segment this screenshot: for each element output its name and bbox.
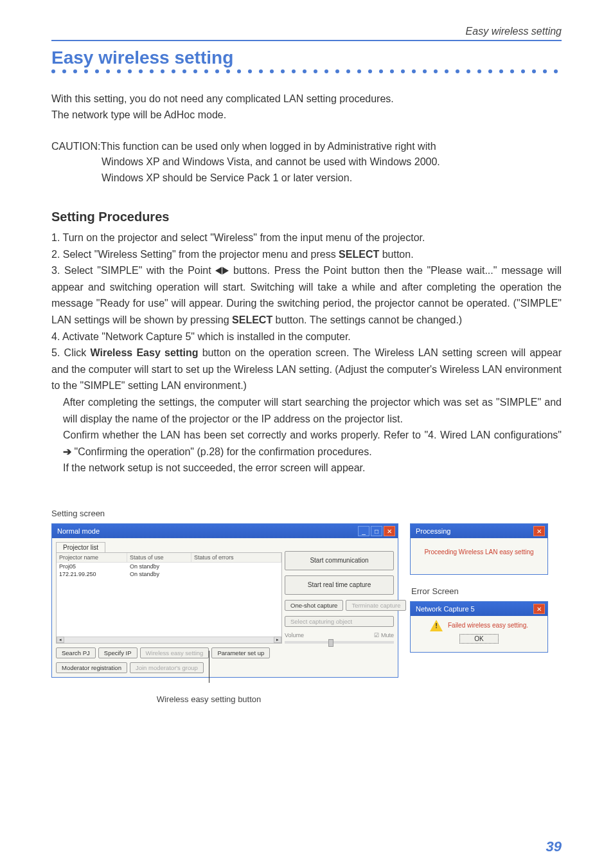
error-title: Network Capture 5 — [413, 605, 533, 613]
step-4: 4. Activate "Network Capture 5" which is… — [51, 329, 562, 345]
join-moderator-group-button[interactable]: Join moderator's group — [130, 662, 204, 673]
error-titlebar: Network Capture 5 ✕ — [411, 602, 547, 616]
minimize-icon[interactable]: _ — [358, 526, 369, 536]
close-icon[interactable]: ✕ — [384, 526, 395, 536]
page-number: 39 — [546, 838, 562, 855]
procedures-heading: Setting Procedures — [51, 210, 562, 224]
scroll-right-icon[interactable]: ▸ — [274, 637, 281, 643]
close-icon[interactable]: ✕ — [533, 604, 545, 614]
col-projector-name: Projector name — [57, 553, 127, 563]
specify-ip-button[interactable]: Specify IP — [98, 647, 138, 658]
step-2: 2. Select "Wireless Setting" from the pr… — [51, 246, 562, 263]
processing-message: Proceeding Wireless LAN easy setting — [411, 538, 547, 566]
callout-label: Wireless easy setting button — [112, 694, 305, 704]
select-capturing-object-button[interactable]: Select capturing object — [285, 616, 394, 627]
table-row[interactable]: Proj05 On standby — [57, 563, 281, 570]
step-5-cont-3: If the network setup is not succeeded, t… — [63, 460, 562, 476]
caution-line1: This function can be used only when logg… — [100, 139, 562, 155]
procedure-steps: 1. Turn on the projector and select "Wir… — [51, 230, 562, 476]
main-heading: Easy wireless setting — [51, 48, 562, 68]
processing-titlebar: Processing ✕ — [411, 524, 547, 538]
scroll-left-icon[interactable]: ◂ — [57, 637, 64, 643]
projector-list: Projector name Status of use Status of e… — [56, 552, 282, 644]
processing-title: Processing — [413, 527, 533, 535]
arrow-right-icon: ➔ — [63, 444, 71, 460]
step-3: 3. Select "SIMPLE" with the Point button… — [51, 262, 562, 328]
error-screen-label: Error Screen — [411, 586, 548, 596]
terminate-capture-button[interactable]: Terminate capture — [346, 600, 406, 611]
dotted-rule — [51, 69, 562, 73]
step-1: 1. Turn on the projector and select "Wir… — [51, 230, 562, 246]
app-window: Normal mode _ □ ✕ Projector list Project… — [51, 523, 398, 678]
intro-p2: The network type will be AdHoc mode. — [51, 107, 562, 123]
maximize-icon[interactable]: □ — [371, 526, 382, 536]
error-message: Failed wireless easy setting. — [448, 622, 528, 629]
step-5: 5. Click Wireless Easy setting button on… — [51, 345, 562, 394]
col-status-of-errors: Status of errors — [191, 553, 281, 563]
step-5-cont-2: Confirm whether the LAN has been set cor… — [63, 427, 562, 460]
page-context: Easy wireless setting — [51, 26, 562, 41]
step-5-cont-1: After completing the settings, the compu… — [63, 394, 562, 427]
caution-line3: Windows XP should be Service Pack 1 or l… — [102, 170, 562, 186]
callout-line — [209, 651, 209, 683]
app-titlebar: Normal mode _ □ ✕ — [52, 524, 398, 538]
screenshots-area: Normal mode _ □ ✕ Projector list Project… — [51, 523, 562, 678]
one-shot-capture-button[interactable]: One-shot capture — [285, 600, 343, 611]
processing-window: Processing ✕ Proceeding Wireless LAN eas… — [410, 523, 548, 575]
start-communication-button[interactable]: Start communication — [285, 551, 394, 570]
col-status-of-use: Status of use — [127, 553, 191, 563]
volume-slider[interactable] — [285, 641, 394, 644]
volume-label: Volume — [285, 632, 304, 638]
caution-block: CAUTION: This function can be used only … — [51, 139, 562, 186]
mute-checkbox[interactable]: ☑ Mute — [374, 632, 394, 638]
caution-label: CAUTION: — [51, 139, 100, 155]
wireless-easy-setting-button[interactable]: Wireless easy setting — [140, 647, 209, 658]
point-left-icon — [215, 267, 222, 275]
table-row[interactable]: 172.21.99.250 On standby — [57, 570, 281, 578]
tab-projector-list[interactable]: Projector list — [56, 542, 105, 552]
parameter-setup-button[interactable]: Parameter set up — [211, 647, 270, 658]
search-pj-button[interactable]: Search PJ — [56, 647, 96, 658]
point-right-icon — [222, 267, 229, 275]
ok-button[interactable]: OK — [459, 634, 498, 644]
setting-screen-label: Setting screen — [51, 509, 562, 518]
list-header: Projector name Status of use Status of e… — [57, 553, 281, 563]
start-real-time-capture-button[interactable]: Start real time capture — [285, 575, 394, 595]
close-icon[interactable]: ✕ — [533, 526, 545, 536]
app-title: Normal mode — [55, 527, 358, 535]
horizontal-scrollbar[interactable]: ◂ ▸ — [57, 637, 281, 643]
error-window: Network Capture 5 ✕ ! Failed wireless ea… — [410, 601, 548, 653]
moderator-registration-button[interactable]: Moderator registration — [56, 662, 127, 673]
caution-line2: Windows XP and Windows Vista, and cannot… — [102, 154, 562, 170]
warning-icon: ! — [430, 620, 443, 631]
intro-p1: With this setting, you do not need any c… — [51, 91, 562, 107]
